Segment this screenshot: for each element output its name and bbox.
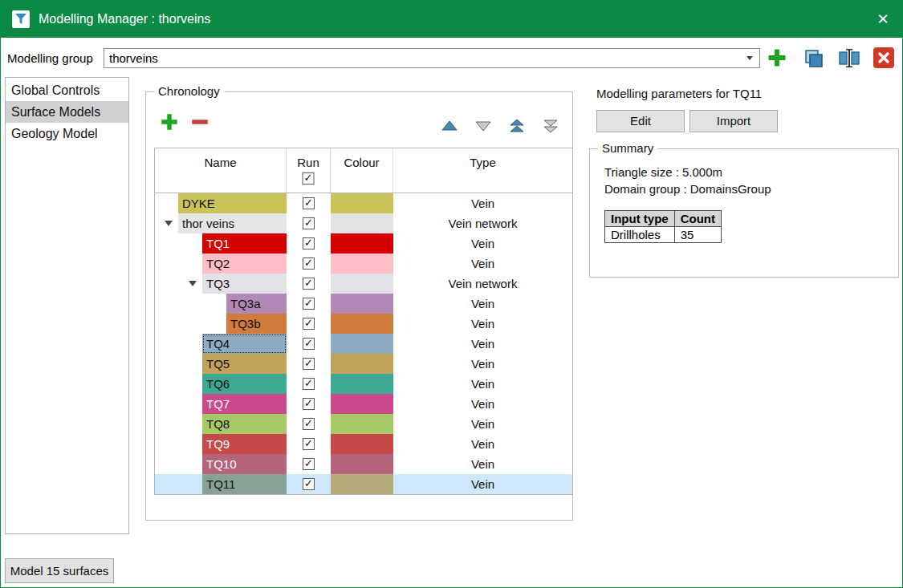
expander-icon[interactable]	[189, 281, 197, 286]
row-type-cell: Vein	[393, 193, 572, 213]
move-to-bottom-button[interactable]	[541, 119, 560, 133]
chronology-row-tq3b[interactable]: TQ3b✓Vein	[155, 314, 572, 334]
delete-modelling-group-button[interactable]	[872, 47, 895, 72]
column-header-run[interactable]: Run ✓	[287, 148, 331, 193]
sidebar-item-geology-model[interactable]: Geology Model	[6, 123, 128, 144]
compare-columns-icon	[838, 47, 860, 69]
edit-button[interactable]: Edit	[596, 110, 685, 132]
colour-swatch[interactable]	[331, 193, 393, 213]
row-name-cell[interactable]: TQ11	[202, 474, 287, 494]
sidebar-item-surface-models[interactable]: Surface Models	[6, 101, 128, 123]
run-checkbox[interactable]: ✓	[303, 318, 315, 330]
chronology-row-tq9[interactable]: TQ9✓Vein	[155, 434, 572, 454]
run-checkbox[interactable]: ✓	[303, 438, 315, 450]
colour-swatch[interactable]	[331, 374, 393, 394]
chronology-row-tq3a[interactable]: TQ3a✓Vein	[155, 294, 572, 314]
column-header-colour[interactable]: Colour	[331, 148, 393, 193]
move-up-button[interactable]	[440, 119, 459, 133]
row-type-cell: Vein	[393, 233, 572, 253]
move-down-button[interactable]	[474, 119, 493, 133]
row-name-cell[interactable]: DYKE	[178, 193, 287, 213]
double-arrow-down-icon	[541, 119, 560, 133]
close-button[interactable]: ✕	[864, 1, 902, 38]
colour-swatch[interactable]	[331, 454, 393, 474]
chronology-row-dyke[interactable]: DYKE✓Vein	[155, 193, 572, 213]
run-checkbox[interactable]: ✓	[303, 478, 315, 490]
row-name-cell[interactable]: TQ2	[202, 253, 287, 274]
run-cell: ✓	[287, 354, 331, 374]
colour-swatch[interactable]	[331, 334, 393, 354]
run-checkbox[interactable]: ✓	[303, 237, 315, 249]
run-all-checkbox[interactable]: ✓	[303, 172, 315, 185]
run-cell: ✓	[287, 414, 331, 434]
row-name-cell[interactable]: TQ10	[202, 454, 287, 474]
app-icon	[11, 10, 31, 29]
colour-swatch[interactable]	[331, 354, 393, 374]
colour-swatch[interactable]	[331, 274, 393, 294]
copy-modelling-group-button[interactable]	[803, 48, 824, 72]
row-name-cell[interactable]: thor veins	[178, 213, 287, 233]
chronology-row-tq11[interactable]: TQ11✓Vein	[155, 474, 572, 494]
colour-swatch[interactable]	[331, 314, 393, 334]
run-checkbox[interactable]: ✓	[303, 358, 315, 370]
row-name-cell[interactable]: TQ6	[202, 374, 287, 394]
add-modelling-group-button[interactable]	[766, 47, 788, 72]
colour-swatch[interactable]	[331, 253, 393, 274]
run-checkbox[interactable]: ✓	[303, 398, 315, 410]
colour-swatch[interactable]	[331, 394, 393, 414]
run-checkbox[interactable]: ✓	[303, 258, 315, 270]
colour-swatch[interactable]	[331, 414, 393, 434]
row-name-cell[interactable]: TQ1	[202, 233, 287, 253]
row-name-cell[interactable]: TQ3	[202, 274, 287, 294]
row-type-cell: Vein	[393, 414, 572, 434]
row-name-cell[interactable]: TQ4	[202, 334, 287, 354]
run-checkbox[interactable]: ✓	[303, 298, 315, 310]
chronology-row-tq1[interactable]: TQ1✓Vein	[155, 233, 572, 253]
chronology-row-tq4[interactable]: TQ4✓Vein	[155, 334, 572, 354]
import-button[interactable]: Import	[689, 110, 778, 132]
row-type-cell: Vein	[393, 294, 572, 314]
chronology-row-tq10[interactable]: TQ10✓Vein	[155, 454, 572, 474]
row-name-cell[interactable]: TQ3b	[226, 314, 287, 334]
move-to-top-button[interactable]	[507, 119, 527, 133]
run-checkbox[interactable]: ✓	[303, 378, 315, 390]
row-name-cell[interactable]: TQ8	[202, 414, 287, 434]
run-cell: ✓	[287, 213, 331, 233]
run-cell: ✓	[287, 434, 331, 454]
chronology-title: Chronology	[154, 83, 224, 99]
colour-swatch[interactable]	[331, 294, 393, 314]
run-checkbox[interactable]: ✓	[303, 278, 315, 290]
row-name-cell[interactable]: TQ5	[202, 354, 287, 374]
chronology-row-tq2[interactable]: TQ2✓Vein	[155, 253, 572, 274]
colour-swatch[interactable]	[331, 233, 393, 253]
colour-swatch[interactable]	[331, 434, 393, 454]
model-sections-list: Global ControlsSurface ModelsGeology Mod…	[5, 77, 129, 534]
chronology-row-tq8[interactable]: TQ8✓Vein	[155, 414, 572, 434]
chronology-row-tq3[interactable]: TQ3✓Vein network	[155, 274, 572, 294]
remove-surface-button[interactable]	[189, 112, 210, 136]
column-header-type[interactable]: Type	[393, 148, 572, 193]
run-checkbox[interactable]: ✓	[303, 197, 315, 209]
add-surface-button[interactable]	[159, 112, 180, 136]
sidebar-item-global-controls[interactable]: Global Controls	[6, 79, 128, 101]
colour-swatch[interactable]	[331, 474, 393, 494]
rename-modelling-group-button[interactable]	[838, 47, 860, 72]
row-name-cell[interactable]: TQ3a	[226, 294, 287, 314]
chronology-row-tq7[interactable]: TQ7✓Vein	[155, 394, 572, 414]
chronology-row-tq6[interactable]: TQ6✓Vein	[155, 374, 572, 394]
model-surfaces-button[interactable]: Model 15 surfaces	[5, 558, 114, 583]
run-checkbox[interactable]: ✓	[303, 458, 315, 470]
run-checkbox[interactable]: ✓	[303, 338, 315, 350]
column-header-name[interactable]: Name	[155, 148, 287, 193]
row-name-cell[interactable]: TQ9	[202, 434, 287, 454]
chronology-row-thor-veins[interactable]: thor veins✓Vein network	[155, 213, 572, 233]
row-name-cell[interactable]: TQ7	[202, 394, 287, 414]
run-checkbox[interactable]: ✓	[303, 217, 315, 229]
row-type-cell: Vein network	[393, 213, 572, 233]
chevron-down-icon[interactable]	[746, 56, 753, 60]
expander-icon[interactable]	[165, 221, 173, 226]
run-checkbox[interactable]: ✓	[303, 418, 315, 430]
colour-swatch[interactable]	[331, 213, 393, 233]
chronology-row-tq5[interactable]: TQ5✓Vein	[155, 354, 572, 374]
modelling-group-combobox[interactable]: thorveins	[104, 48, 760, 68]
